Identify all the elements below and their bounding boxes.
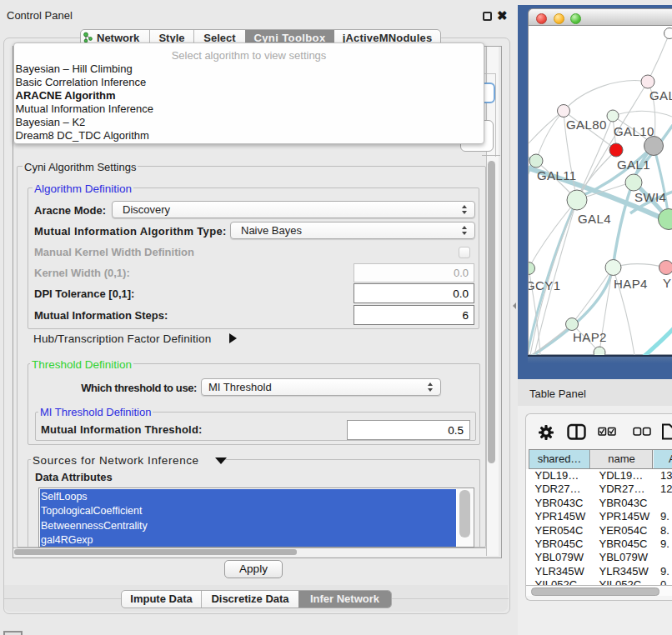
svg-text:GCY1: GCY1 [529, 278, 560, 292]
svg-text:HAP2: HAP2 [573, 330, 607, 344]
svg-text:GAL11: GAL11 [537, 168, 577, 182]
svg-text:GAL10: GAL10 [614, 124, 654, 138]
svg-text:HAP4: HAP4 [614, 277, 648, 291]
svg-text:SWI4: SWI4 [634, 190, 666, 204]
svg-text:GAL80: GAL80 [566, 118, 607, 132]
svg-text:GAL4: GAL4 [578, 212, 611, 226]
svg-text:GAL1: GAL1 [617, 158, 650, 172]
svg-text:Y: Y [663, 276, 671, 290]
svg-text:GAL: GAL [649, 88, 672, 102]
